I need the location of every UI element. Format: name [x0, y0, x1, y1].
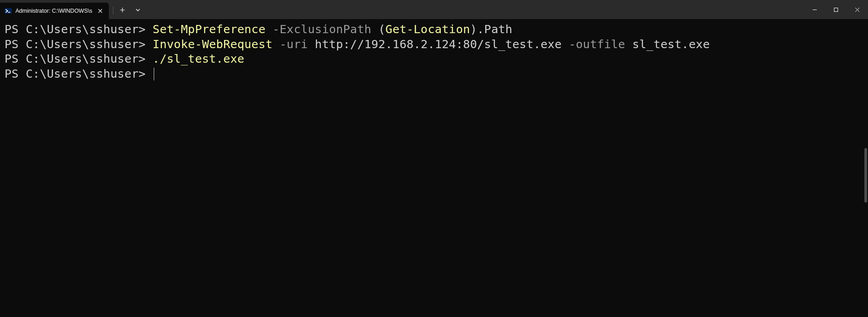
- terminal-segment: -ExclusionPath: [273, 22, 371, 36]
- window-controls: [804, 7, 868, 12]
- close-button[interactable]: [847, 7, 868, 12]
- new-tab-button[interactable]: [115, 3, 130, 17]
- tab-active[interactable]: Administrator: C:\WINDOWS\s: [0, 3, 109, 19]
- terminal-segment: [308, 37, 315, 51]
- scrollbar-track[interactable]: [863, 21, 867, 315]
- terminal-segment: (: [371, 22, 385, 36]
- terminal-segment: Set-MpPreference: [153, 22, 266, 36]
- terminal-segment: -uri: [280, 37, 308, 51]
- terminal-segment: Path: [484, 22, 512, 36]
- terminal-output[interactable]: PS C:\Users\sshuser> Set-MpPreference -E…: [0, 19, 868, 317]
- terminal-segment: -outfile: [569, 37, 625, 51]
- scrollbar-thumb[interactable]: [864, 148, 867, 203]
- terminal-segment: PS C:\Users\sshuser>: [5, 37, 153, 51]
- cursor: [154, 68, 154, 80]
- terminal-segment: PS C:\Users\sshuser>: [5, 22, 153, 36]
- tab-title: Administrator: C:\WINDOWS\s: [15, 8, 93, 14]
- terminal-segment: sl_test.exe: [632, 37, 710, 51]
- powershell-icon: [5, 7, 12, 15]
- terminal-segment: Get-Location: [385, 22, 470, 36]
- terminal-segment: [273, 37, 280, 51]
- terminal-segment: Invoke-WebRequest: [153, 37, 273, 51]
- terminal-segment: [562, 37, 569, 51]
- tab-close-button[interactable]: [96, 7, 104, 15]
- svg-rect-0: [5, 8, 12, 14]
- terminal-segment: PS C:\Users\sshuser>: [5, 52, 153, 65]
- terminal-segment: PS C:\Users\sshuser>: [5, 67, 153, 80]
- tabbar-divider: [113, 6, 113, 15]
- terminal-segment: http://192.168.2.124:80/sl_test.exe: [315, 37, 561, 51]
- terminal-segment: [265, 22, 273, 36]
- terminal-segment: ).: [470, 22, 484, 36]
- titlebar: Administrator: C:\WINDOWS\s: [0, 0, 868, 19]
- tab-dropdown-button[interactable]: [130, 3, 146, 17]
- maximize-button[interactable]: [825, 7, 847, 12]
- tabbar-rest: [109, 0, 868, 19]
- svg-rect-2: [834, 8, 838, 11]
- terminal-segment: [625, 37, 633, 51]
- terminal-segment: ./sl_test.exe: [153, 52, 244, 65]
- minimize-button[interactable]: [804, 7, 825, 12]
